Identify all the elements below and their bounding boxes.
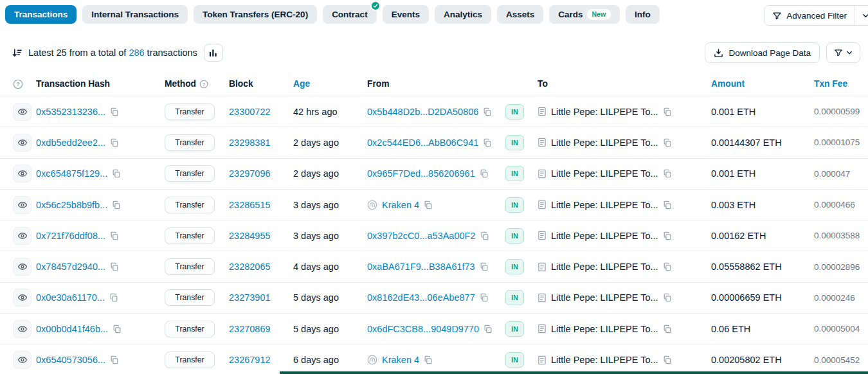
method-badge: Transfer [165, 134, 215, 151]
preview-eye-button[interactable] [13, 103, 32, 121]
method-badge: Transfer [165, 289, 215, 306]
copy-icon[interactable] [663, 325, 672, 334]
from-address-link[interactable]: 0x6dFC3CB8...9049D9770 [367, 324, 479, 334]
bar-chart-icon [209, 49, 217, 57]
transaction-hash-link[interactable]: 0x78457d2940... [36, 262, 105, 272]
from-address-link[interactable]: Kraken 4 [382, 355, 419, 365]
from-address-link[interactable]: 0x397b2cC0...a53Aa00F2 [367, 231, 476, 241]
copy-icon[interactable] [663, 200, 672, 209]
copy-icon[interactable] [663, 231, 672, 240]
tab-contract-label: Contract [332, 10, 368, 19]
tab-contract[interactable]: Contract [323, 5, 377, 24]
copy-icon[interactable] [663, 107, 672, 116]
header-age-sort[interactable]: Age [293, 79, 367, 89]
age-text: 42 hrs ago [293, 107, 338, 117]
advanced-filter-caret-button[interactable] [854, 6, 868, 25]
tab-analytics[interactable]: Analytics [435, 5, 491, 24]
direction-in-badge: IN [505, 228, 524, 244]
copy-icon[interactable] [110, 355, 119, 364]
tab-info[interactable]: Info [626, 5, 660, 24]
tab-cards[interactable]: Cards New [549, 5, 620, 24]
copy-icon[interactable] [110, 138, 119, 147]
amount-text: 0.06 ETH [711, 324, 750, 334]
copy-icon[interactable] [110, 107, 119, 116]
copy-icon[interactable] [483, 107, 492, 116]
tab-assets[interactable]: Assets [497, 5, 543, 24]
block-link[interactable]: 23298381 [229, 138, 271, 148]
copy-icon[interactable] [483, 138, 492, 147]
copy-icon[interactable] [480, 262, 489, 271]
transaction-hash-link[interactable]: 0x00b0d41f46b... [36, 324, 108, 334]
copy-icon[interactable] [484, 325, 493, 334]
copy-icon[interactable] [480, 293, 489, 302]
transaction-hash-link[interactable]: 0xdb5edd2ee2... [36, 138, 105, 148]
block-link[interactable]: 23270869 [229, 324, 271, 334]
block-link[interactable]: 23267912 [229, 355, 271, 365]
block-link[interactable]: 23282065 [229, 262, 271, 272]
copy-icon[interactable] [663, 138, 672, 147]
preview-eye-button[interactable] [13, 165, 32, 183]
transaction-hash-link[interactable]: 0x6540573056... [36, 355, 105, 365]
copy-icon[interactable] [113, 325, 122, 334]
tab-internal-transactions[interactable]: Internal Transactions [82, 5, 188, 24]
transaction-hash-link[interactable]: 0x0e30a61170... [36, 292, 105, 303]
copy-icon[interactable] [663, 293, 672, 302]
from-address-link[interactable]: 0x965F7Ded...856206961 [367, 168, 475, 179]
copy-icon[interactable] [424, 200, 433, 209]
copy-icon[interactable] [110, 262, 119, 271]
from-address-link[interactable]: 0x2c544ED6...AbB06C941 [367, 138, 478, 148]
copy-icon[interactable] [480, 169, 489, 178]
copy-icon[interactable] [663, 355, 672, 364]
copy-icon[interactable] [663, 262, 672, 271]
contract-document-icon [538, 262, 547, 272]
preview-eye-button[interactable] [13, 227, 32, 245]
transaction-hash-link[interactable]: 0xc654875f129... [36, 168, 107, 179]
block-link[interactable]: 23297096 [229, 168, 271, 179]
tab-transactions[interactable]: Transactions [5, 5, 77, 24]
preview-eye-button[interactable] [13, 289, 32, 307]
block-link[interactable]: 23300722 [229, 107, 271, 117]
preview-eye-button[interactable] [13, 196, 32, 214]
preview-eye-button[interactable] [13, 258, 32, 276]
amount-text: 0.00006659 ETH [711, 292, 782, 303]
copy-icon[interactable] [663, 169, 672, 178]
block-link[interactable]: 23286515 [229, 200, 271, 210]
direction-in-badge: IN [505, 290, 524, 305]
block-link[interactable]: 23273901 [229, 292, 271, 303]
table-row: 0x5352313236... Transfer 23300722 42 hrs… [0, 96, 868, 127]
summary-suffix: transactions [147, 48, 197, 58]
copy-icon[interactable] [109, 293, 118, 302]
from-address-link[interactable]: 0x8162dE43...06eAbe877 [367, 292, 475, 303]
transaction-hash-link[interactable]: 0x56c25b8b9fb... [36, 200, 107, 210]
tab-events[interactable]: Events [383, 5, 429, 24]
copy-icon[interactable] [424, 355, 433, 364]
copy-icon[interactable] [112, 200, 121, 209]
to-contract-name: Little Pepe: LILPEPE To... [551, 107, 658, 117]
transaction-hash-link[interactable]: 0x5352313236... [36, 107, 105, 117]
table-row: 0xc654875f129... Transfer 23297096 2 day… [0, 159, 868, 190]
chart-view-button[interactable] [204, 44, 223, 62]
txn-fee-text: 0.00003588 [814, 231, 860, 240]
download-page-data-button[interactable]: Download Page Data [705, 42, 820, 63]
from-address-link[interactable]: Kraken 4 [382, 200, 419, 210]
from-address-link[interactable]: 0x5b448D2b...D2DA50806 [367, 107, 478, 117]
header-txn-fee-sort[interactable]: Txn Fee [814, 79, 868, 89]
preview-eye-button[interactable] [13, 134, 32, 152]
amount-text: 0.003 ETH [711, 200, 755, 210]
advanced-filter-button[interactable]: Advanced Filter [764, 6, 854, 25]
table-row: 0x56c25b8b9fb... Transfer 23286515 3 day… [0, 190, 868, 220]
transaction-hash-link[interactable]: 0x721f76ddf08... [36, 231, 105, 241]
block-link[interactable]: 23284955 [229, 231, 271, 241]
preview-eye-button[interactable] [13, 351, 32, 369]
header-amount-sort[interactable]: Amount [711, 79, 814, 89]
copy-icon[interactable] [112, 169, 121, 178]
total-transactions-link[interactable]: 286 [129, 48, 144, 58]
tab-token-transfers[interactable]: Token Transfers (ERC-20) [194, 5, 317, 24]
filter-dropdown-button[interactable] [826, 42, 860, 63]
from-address-link[interactable]: 0xaBA671F9...B38A61f73 [367, 262, 475, 272]
method-badge: Transfer [165, 103, 215, 120]
copy-icon[interactable] [110, 231, 119, 240]
copy-icon[interactable] [480, 231, 489, 240]
amount-text: 0.05558862 ETH [711, 262, 782, 272]
preview-eye-button[interactable] [13, 320, 32, 338]
